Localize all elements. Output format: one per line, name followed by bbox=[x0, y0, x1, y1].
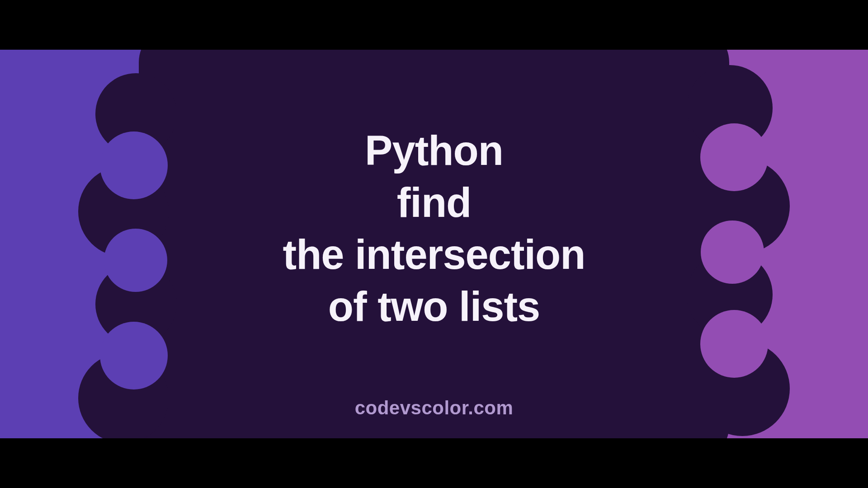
blob-dent bbox=[100, 131, 168, 199]
blob-dent bbox=[700, 310, 768, 378]
site-watermark: codevscolor.com bbox=[355, 397, 514, 419]
blob-dent bbox=[701, 221, 764, 284]
hero-card: Python find the intersection of two list… bbox=[0, 50, 868, 438]
blob-dent bbox=[100, 322, 168, 389]
letterbox-background: Python find the intersection of two list… bbox=[0, 0, 868, 488]
blob-dent bbox=[104, 229, 167, 292]
hero-title: Python find the intersection of two list… bbox=[283, 125, 585, 333]
blob-dent bbox=[700, 123, 768, 191]
